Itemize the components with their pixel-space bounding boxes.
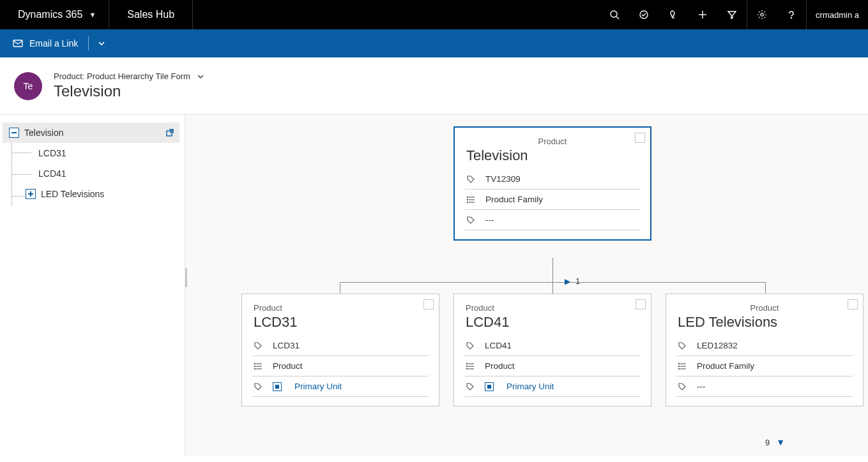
tree-item-lcd31[interactable]: LCD31	[3, 143, 179, 163]
tile-expand-icon[interactable]	[635, 133, 645, 143]
list-icon	[466, 362, 476, 371]
app-switcher[interactable]: Dynamics 365 ▼	[0, 0, 109, 29]
tile-kind: Product	[466, 137, 639, 146]
tag-icon	[254, 341, 264, 350]
list-icon	[678, 362, 688, 371]
tag-icon	[466, 175, 476, 184]
tile-row-type: Product Family	[465, 190, 640, 210]
tile-name: LED Televisions	[678, 314, 851, 331]
tile-television[interactable]: Product Television TV12309 Product Famil…	[453, 126, 651, 241]
tile-name: LCD31	[254, 314, 427, 331]
tile-led-televisions[interactable]: Product LED Televisions LED12832 Product…	[666, 294, 864, 406]
tile-row-unit: ---	[465, 210, 640, 230]
lookup-icon	[485, 382, 494, 391]
record-header: Te Product: Product Hierarchy Tile Form …	[0, 57, 868, 114]
chevron-down-icon: ▼	[89, 11, 96, 19]
tile-row-type: Product	[464, 356, 641, 376]
svg-point-32	[678, 366, 679, 366]
svg-point-13	[467, 197, 468, 197]
hierarchy-canvas: ▶ 1 Product Television TV12309 Product F…	[185, 115, 868, 456]
tile-row-type: Product Family	[676, 356, 853, 376]
tree-item-television[interactable]: Television	[3, 123, 179, 143]
svg-point-20	[254, 366, 255, 366]
hierarchy-tree: Television LCD31 LCD41 LED Televisions	[0, 115, 185, 456]
arrow-right-icon: ▶	[565, 277, 570, 286]
search-icon[interactable]	[600, 0, 629, 29]
svg-point-6	[761, 13, 763, 16]
svg-point-33	[678, 368, 679, 369]
tile-lcd41[interactable]: Product LCD41 LCD41 Product Primary Unit	[453, 294, 651, 406]
expand-icon[interactable]	[26, 189, 36, 199]
svg-point-14	[467, 199, 468, 200]
svg-rect-8	[13, 40, 22, 47]
svg-point-26	[466, 366, 467, 366]
tile-row-code: LCD31	[252, 336, 429, 356]
tile-name: Television	[466, 147, 639, 164]
tile-row-unit[interactable]: Primary Unit	[252, 376, 429, 397]
tag-icon	[466, 341, 476, 350]
list-icon	[466, 195, 476, 204]
list-icon	[254, 362, 264, 371]
svg-line-1	[616, 17, 619, 19]
tile-kind: Product	[254, 303, 427, 313]
add-icon[interactable]	[688, 0, 717, 29]
svg-point-21	[254, 368, 255, 369]
svg-point-31	[678, 363, 679, 364]
tile-row-type: Product	[252, 356, 429, 376]
tile-expand-icon[interactable]	[423, 299, 434, 309]
tile-row-code: TV12309	[465, 169, 640, 190]
tile-row-code: LCD41	[464, 336, 641, 356]
avatar: Te	[14, 72, 42, 100]
brand-label: Dynamics 365	[18, 9, 82, 20]
svg-point-0	[611, 11, 617, 17]
open-record-icon[interactable]	[165, 128, 174, 137]
tile-row-unit: ---	[676, 376, 853, 397]
splitter-handle[interactable]	[185, 268, 187, 287]
assistant-icon[interactable]	[659, 0, 688, 29]
tag-icon	[678, 382, 688, 391]
svg-point-27	[466, 368, 467, 369]
page-indicator-top[interactable]: ▶ 1	[565, 276, 580, 286]
tag-icon	[466, 382, 476, 391]
tree-item-lcd41[interactable]: LCD41	[3, 163, 179, 184]
user-menu[interactable]: crmadmin a	[807, 0, 868, 29]
help-icon[interactable]	[777, 0, 806, 29]
svg-point-15	[467, 202, 468, 202]
tag-icon	[466, 216, 476, 225]
tile-expand-icon[interactable]	[636, 299, 646, 309]
page-indicator-bottom[interactable]: 9 ▼	[765, 437, 785, 447]
tile-kind: Product	[466, 303, 639, 313]
tile-expand-icon[interactable]	[848, 299, 858, 309]
svg-point-25	[466, 363, 467, 364]
tag-icon	[254, 382, 264, 391]
global-nav: Dynamics 365 ▼ Sales Hub crmadmin a	[0, 0, 868, 29]
command-bar: Email a Link	[0, 29, 868, 57]
tag-icon	[678, 341, 688, 350]
email-link-button[interactable]: Email a Link	[9, 38, 82, 48]
chevron-down-icon	[197, 73, 204, 80]
task-flow-icon[interactable]	[629, 0, 659, 29]
tile-lcd31[interactable]: Product LCD31 LCD31 Product Primary Unit	[241, 294, 439, 406]
tile-row-unit[interactable]: Primary Unit	[464, 376, 641, 397]
tile-name: LCD41	[466, 314, 639, 331]
collapse-icon[interactable]	[9, 128, 19, 138]
page-title: Television	[54, 82, 204, 100]
app-name: Sales Hub	[109, 0, 193, 29]
email-link-dropdown[interactable]	[95, 40, 108, 47]
tile-row-code: LED12832	[676, 336, 853, 356]
svg-point-2	[640, 11, 648, 19]
svg-point-19	[254, 363, 255, 364]
form-selector[interactable]: Product: Product Hierarchy Tile Form	[54, 71, 204, 81]
arrow-down-icon: ▼	[776, 437, 785, 447]
tree-item-led-televisions[interactable]: LED Televisions	[3, 184, 179, 204]
lookup-icon	[273, 382, 282, 391]
svg-point-7	[791, 17, 791, 18]
filter-icon[interactable]	[717, 0, 747, 29]
gear-icon[interactable]	[747, 0, 777, 29]
tile-kind: Product	[678, 303, 851, 313]
